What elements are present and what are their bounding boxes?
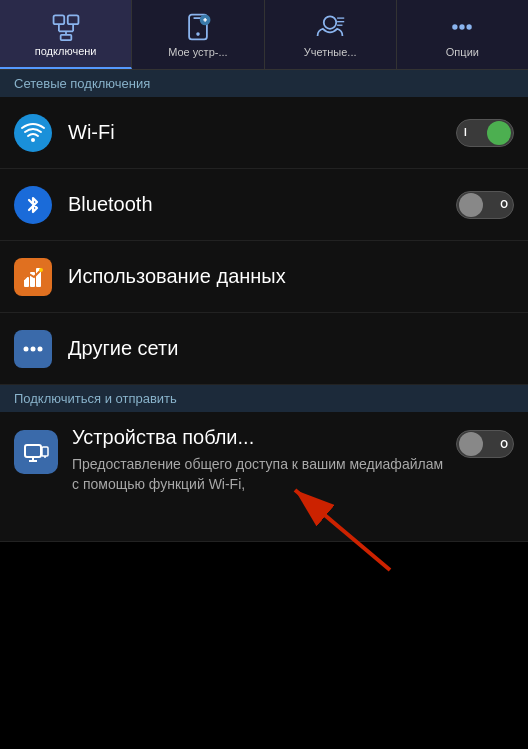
bluetooth-icon	[14, 186, 52, 224]
wifi-label: Wi-Fi	[68, 121, 456, 144]
device-nearby-title: Устройства побли...	[72, 426, 446, 449]
other-networks-label: Другие сети	[68, 337, 514, 360]
svg-point-18	[460, 24, 465, 29]
tab-bar: подключени Мое устр-... Учетные... Опции	[0, 0, 528, 70]
section-network-header: Сетевые подключения	[0, 70, 528, 97]
device-nearby-toggle-knob	[459, 432, 483, 456]
svg-point-25	[24, 346, 29, 351]
tab-accounts-label: Учетные...	[304, 46, 357, 58]
tab-options-label: Опции	[446, 46, 479, 58]
wifi-toggle-knob	[487, 121, 511, 145]
svg-point-26	[31, 346, 36, 351]
tab-connections-label: подключени	[35, 45, 97, 57]
device-nearby-icon	[14, 430, 58, 474]
device-nearby-row[interactable]: Устройства побли... Предоставление общег…	[0, 412, 528, 542]
svg-rect-6	[60, 35, 71, 40]
svg-point-8	[196, 32, 200, 36]
device-nearby-text: Устройства побли... Предоставление общег…	[72, 426, 446, 494]
wifi-toggle[interactable]: I	[456, 119, 514, 147]
svg-point-20	[31, 138, 35, 142]
tab-options[interactable]: Опции	[397, 0, 528, 69]
svg-rect-28	[25, 445, 41, 457]
other-networks-row[interactable]: Другие сети	[0, 313, 528, 385]
tab-connections[interactable]: подключени	[0, 0, 132, 69]
bluetooth-toggle-knob	[459, 193, 483, 217]
svg-rect-0	[53, 15, 64, 24]
svg-point-19	[467, 24, 472, 29]
bluetooth-toggle[interactable]: O	[456, 191, 514, 219]
svg-point-17	[453, 24, 458, 29]
svg-rect-31	[42, 447, 48, 456]
tab-accounts[interactable]: Учетные...	[265, 0, 397, 69]
device-nearby-toggle[interactable]: O	[456, 430, 514, 458]
bluetooth-label: Bluetooth	[68, 193, 456, 216]
section-connect-header: Подключиться и отправить	[0, 385, 528, 412]
data-usage-row[interactable]: Использование данных	[0, 241, 528, 313]
device-nearby-desc: Предоставление общего доступа к вашим ме…	[72, 455, 446, 494]
tab-device[interactable]: Мое устр-...	[132, 0, 264, 69]
bluetooth-row[interactable]: Bluetooth O	[0, 169, 528, 241]
wifi-row[interactable]: Wi-Fi I	[0, 97, 528, 169]
data-usage-label: Использование данных	[68, 265, 514, 288]
tab-device-label: Мое устр-...	[168, 46, 227, 58]
svg-point-27	[38, 346, 43, 351]
wifi-icon	[14, 114, 52, 152]
data-usage-icon	[14, 258, 52, 296]
other-networks-icon	[14, 330, 52, 368]
svg-rect-1	[67, 15, 78, 24]
svg-point-13	[324, 16, 336, 28]
svg-point-24	[39, 268, 43, 272]
